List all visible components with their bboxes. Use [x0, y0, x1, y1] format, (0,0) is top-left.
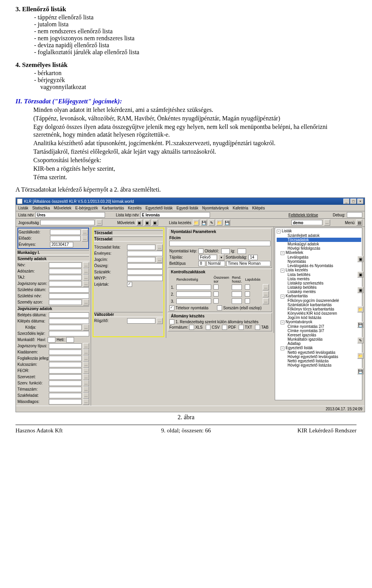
input[interactable] [49, 381, 82, 386]
list-icon[interactable]: 📁 [193, 219, 199, 226]
tree-node-selected[interactable]: Törzsadatok [277, 238, 361, 242]
browse-button[interactable]: … [83, 299, 89, 305]
tree-node[interactable]: Leválogatás [277, 255, 361, 259]
browse-button[interactable]: … [83, 343, 89, 349]
tree-node[interactable]: Lista mentés [277, 277, 361, 281]
collapse-icon[interactable]: − [281, 269, 284, 273]
tree-node[interactable]: Karbantartás [286, 294, 308, 298]
action-icon[interactable]: ▣ [144, 219, 150, 226]
input[interactable] [232, 298, 242, 304]
side-icon[interactable]: 📁 [357, 353, 363, 359]
tree-node[interactable]: Könyvelés:KIR kód összeren [277, 311, 361, 315]
collapse-icon[interactable]: − [277, 230, 281, 233]
tree-node[interactable]: Leválogatás és Nyomtatás [277, 264, 361, 268]
input[interactable] [66, 337, 74, 343]
side-icon[interactable]: 📁 [357, 306, 363, 312]
menu-item[interactable]: Statisztika [32, 206, 50, 210]
checkbox[interactable] [214, 291, 219, 297]
browse-button[interactable]: … [83, 386, 89, 393]
checkbox-tab[interactable] [255, 325, 260, 330]
input[interactable] [127, 263, 163, 269]
tree-node[interactable]: Listakép mentés [277, 290, 361, 294]
menu-item[interactable]: Nyomtatványok [202, 206, 229, 210]
menu-icon[interactable]: ▤ [356, 219, 362, 226]
input[interactable] [49, 287, 89, 293]
window-titlebar[interactable]: KLR [Álltalános összesítő KLR V.5.0.1/20… [16, 198, 365, 205]
browse-button[interactable]: … [83, 399, 89, 405]
checkbox-csv[interactable] [206, 325, 211, 330]
input[interactable] [50, 236, 81, 241]
input-fontname[interactable] [226, 261, 270, 266]
menu-item[interactable]: Egyeztető listák [145, 206, 172, 210]
menu-item[interactable]: Kezelés [128, 206, 142, 210]
menu-item[interactable]: Egyedi listák [177, 206, 198, 210]
menu-item[interactable]: Kafetéria [233, 206, 248, 210]
input[interactable] [127, 318, 155, 324]
input[interactable] [127, 251, 163, 256]
browse-button[interactable]: … [83, 324, 89, 331]
input[interactable] [49, 319, 89, 324]
side-icon[interactable]: ▣ [357, 256, 363, 262]
input-sortav[interactable] [248, 255, 258, 260]
tree-node[interactable]: Lista betöltés [277, 273, 361, 277]
checkbox[interactable] [214, 298, 219, 303]
browse-button[interactable]: … [263, 284, 269, 290]
menu-item[interactable]: Listák [18, 206, 28, 210]
side-icon[interactable]: ▣ [357, 287, 363, 293]
minimize-button[interactable]: _ [343, 199, 350, 204]
list-icon[interactable]: ✎ [208, 219, 215, 226]
checkbox[interactable] [214, 285, 219, 290]
browse-button[interactable]: … [83, 355, 89, 362]
browse-button[interactable]: … [82, 235, 88, 242]
input[interactable] [221, 249, 230, 254]
browse-button[interactable]: … [83, 393, 89, 399]
checkbox[interactable] [245, 298, 250, 303]
browse-button[interactable]: … [157, 244, 163, 250]
browse-button[interactable]: … [157, 318, 163, 324]
collapse-icon[interactable]: − [281, 295, 284, 298]
input[interactable] [232, 285, 242, 290]
input[interactable] [49, 325, 82, 330]
menu-item[interactable]: E-bérjegyzék [75, 206, 98, 210]
input[interactable] [127, 257, 155, 262]
input[interactable] [49, 293, 89, 299]
browse-button[interactable]: … [263, 291, 269, 297]
input[interactable] [49, 374, 82, 380]
input[interactable] [127, 245, 155, 250]
input[interactable] [49, 356, 82, 361]
tree-node[interactable]: Lista kezelés [286, 268, 308, 272]
tree-node[interactable]: Címke nyomtatás 3/7 [277, 329, 361, 333]
input[interactable] [176, 298, 211, 304]
tree-node[interactable]: Hóvégi feldolgozás [277, 246, 361, 250]
tree-node[interactable]: Egyeztető listák [286, 346, 313, 350]
input-jogosultsag[interactable] [40, 220, 95, 225]
input[interactable] [49, 343, 82, 349]
checkbox[interactable] [169, 319, 174, 324]
browse-button[interactable]: … [82, 229, 88, 235]
browse-button[interactable]: … [157, 257, 163, 263]
checkbox[interactable] [245, 291, 250, 297]
input[interactable] [49, 262, 82, 268]
input[interactable] [49, 350, 82, 355]
browse-button[interactable]: … [83, 349, 89, 355]
input[interactable] [49, 387, 82, 392]
tree-node[interactable]: Számlatükör karbantartás [277, 303, 361, 307]
input-listakepnev[interactable] [140, 212, 210, 218]
input[interactable] [176, 291, 211, 297]
tree-node[interactable]: Hóvégi egyeztető listázás [277, 363, 361, 367]
input[interactable] [49, 269, 82, 274]
tree-node[interactable]: Nettó egyeztető listázás [277, 359, 361, 363]
browse-button[interactable]: … [83, 368, 89, 374]
checkbox-xls[interactable] [189, 325, 194, 330]
input[interactable] [50, 230, 81, 235]
side-icon[interactable]: ✎ [357, 337, 363, 343]
side-icon[interactable]: ▣ [357, 271, 363, 278]
input[interactable] [49, 331, 89, 336]
input[interactable] [49, 300, 82, 305]
browse-button[interactable]: … [83, 374, 89, 380]
collapse-icon[interactable]: − [281, 346, 284, 350]
input[interactable] [127, 276, 163, 281]
checkbox-sorszam[interactable] [217, 305, 222, 310]
action-icon[interactable]: ▣ [152, 219, 158, 226]
input[interactable] [238, 249, 246, 254]
